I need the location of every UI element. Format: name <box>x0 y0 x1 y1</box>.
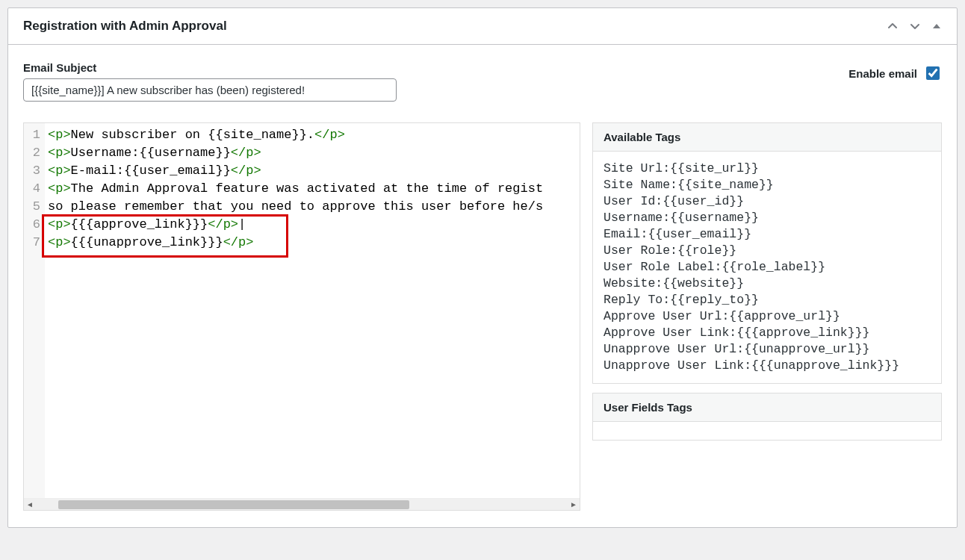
enable-email-block[interactable]: Enable email <box>848 64 942 82</box>
available-tags-list: Site Url:{{site_url}}Site Name:{{site_na… <box>593 152 941 383</box>
available-tags-box: Available Tags Site Url:{{site_url}}Site… <box>592 122 942 384</box>
subject-block: Email Subject <box>23 61 397 102</box>
registration-panel: Registration with Admin Approval Email S… <box>7 7 958 528</box>
tag-line[interactable]: User Role:{{role}} <box>603 243 931 259</box>
user-fields-list <box>593 422 941 440</box>
collapse-toggle-icon[interactable] <box>931 21 942 31</box>
tag-line[interactable]: Approve User Link:{{{approve_link}}} <box>603 325 931 341</box>
tag-line[interactable]: Approve User Url:{{approve_url}} <box>603 308 931 325</box>
tag-line[interactable]: Email:{{user_email}} <box>603 226 931 243</box>
panel-body: Email Subject Enable email 1234567 <p>Ne… <box>8 45 957 527</box>
tag-line[interactable]: Unapprove User Url:{{unapprove_url}} <box>603 341 931 358</box>
tag-line[interactable]: User Role Label:{{role_label}} <box>603 259 931 276</box>
scroll-track[interactable] <box>36 500 568 510</box>
top-row: Email Subject Enable email <box>23 61 942 102</box>
tag-line[interactable]: Website:{{website}} <box>603 276 931 292</box>
move-down-icon[interactable] <box>909 20 921 32</box>
code-gutter: 1234567 <box>24 123 45 498</box>
scroll-thumb[interactable] <box>58 500 409 509</box>
tags-sidebar: Available Tags Site Url:{{site_url}}Site… <box>592 122 942 511</box>
panel-controls <box>887 20 942 32</box>
tag-line[interactable]: Site Name:{{site_name}} <box>603 177 931 193</box>
enable-email-label: Enable email <box>848 67 917 80</box>
tag-line[interactable]: Unapprove User Link:{{{unapprove_link}}} <box>603 358 931 374</box>
panel-header: Registration with Admin Approval <box>8 8 957 45</box>
tag-line[interactable]: User Id:{{user_id}} <box>603 193 931 210</box>
code-editor[interactable]: 1234567 <p>New subscriber on {{site_name… <box>23 122 580 511</box>
user-fields-box: User Fields Tags <box>592 393 942 441</box>
scroll-right-icon[interactable]: ► <box>568 499 580 511</box>
scroll-left-icon[interactable]: ◄ <box>24 499 36 511</box>
code-lines[interactable]: <p>New subscriber on {{site_name}}.</p><… <box>45 123 580 498</box>
subject-label: Email Subject <box>23 61 397 74</box>
editor-row: 1234567 <p>New subscriber on {{site_name… <box>23 122 942 511</box>
tag-line[interactable]: Site Url:{{site_url}} <box>603 161 931 177</box>
code-body: 1234567 <p>New subscriber on {{site_name… <box>24 123 580 498</box>
horizontal-scrollbar[interactable]: ◄ ► <box>24 498 580 510</box>
tag-line[interactable]: Username:{{username}} <box>603 210 931 226</box>
tag-line[interactable]: Reply To:{{reply_to}} <box>603 292 931 308</box>
enable-email-checkbox[interactable] <box>926 66 940 80</box>
email-subject-input[interactable] <box>23 78 397 102</box>
move-up-icon[interactable] <box>887 20 899 32</box>
user-fields-header: User Fields Tags <box>593 393 941 422</box>
available-tags-header: Available Tags <box>593 123 941 152</box>
panel-title: Registration with Admin Approval <box>23 19 227 34</box>
